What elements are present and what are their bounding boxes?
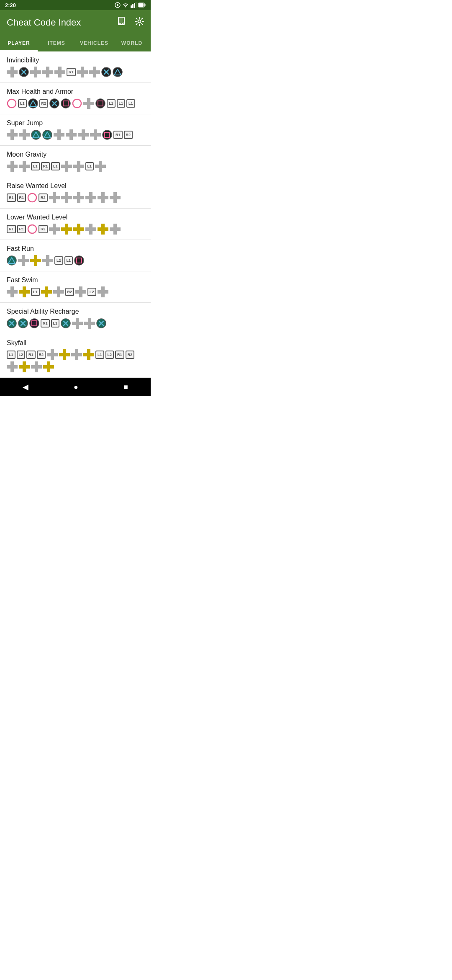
svg-marker-44 (73, 161, 84, 172)
cheat-invincibility: Invincibility R1 (0, 52, 151, 83)
r1-button: R1 (41, 162, 50, 170)
svg-point-39 (103, 130, 112, 139)
l1-button: L1 (126, 99, 135, 108)
dpad-icon (95, 161, 106, 172)
svg-marker-78 (84, 318, 95, 329)
svg-marker-43 (61, 161, 72, 172)
recent-button[interactable]: ■ (123, 383, 128, 392)
dpad-icon (19, 129, 30, 140)
signal-icon (131, 2, 136, 8)
dpad-icon (72, 318, 83, 329)
svg-marker-80 (47, 349, 58, 360)
cheat-fast-swim: Fast Swim L1 R2 (0, 271, 151, 303)
l1-button: L1 (85, 162, 94, 170)
cheat-special-ability-name: Special Ability Recharge (7, 308, 144, 315)
dpad-icon (19, 286, 30, 297)
cheat-special-ability-buttons: R1 L1 (7, 318, 144, 329)
cheat-skyfall-name: Skyfall (7, 339, 144, 347)
dpad-icon (85, 224, 96, 235)
svg-point-53 (28, 225, 36, 233)
dpad-icon (30, 255, 41, 266)
dpad-icon (84, 318, 95, 329)
svg-rect-5 (134, 3, 135, 8)
svg-marker-19 (89, 67, 100, 77)
r2-button: R2 (39, 99, 49, 108)
cheat-fast-swim-buttons: L1 R2 L2 (7, 286, 144, 297)
vpn-icon (115, 2, 121, 8)
tab-world[interactable]: WORLD (113, 35, 151, 51)
svg-marker-36 (66, 129, 77, 140)
r1-button: R1 (17, 193, 26, 202)
dpad-icon (7, 161, 18, 172)
bookmark-icon[interactable] (117, 17, 126, 28)
dpad-icon (47, 349, 58, 360)
square-button (29, 318, 39, 328)
triangle-icon (7, 255, 17, 266)
back-button[interactable]: ◀ (23, 382, 28, 392)
dpad-icon (7, 129, 18, 140)
cheat-super-jump-name: Super Jump (7, 119, 144, 127)
cross-icon (101, 67, 111, 77)
l1-button: L1 (117, 99, 126, 108)
svg-marker-42 (19, 161, 30, 172)
svg-rect-8 (139, 3, 144, 7)
cheat-skyfall: Skyfall L1 L2 R1 R2 (0, 334, 151, 378)
dpad-icon (61, 161, 72, 172)
cheat-skyfall-buttons: L1 L2 R1 R2 L1 (7, 349, 144, 372)
triangle-icon (28, 98, 38, 108)
dpad-icon (83, 349, 94, 360)
l1-button: L1 (107, 99, 116, 108)
svg-marker-37 (78, 129, 89, 140)
app-title: Cheat Code Index (7, 17, 81, 28)
tab-vehicles[interactable]: VEHICLES (75, 35, 113, 51)
dpad-icon (73, 192, 84, 203)
svg-marker-59 (110, 224, 121, 235)
svg-marker-71 (98, 286, 108, 297)
cheat-fast-swim-name: Fast Swim (7, 276, 144, 284)
svg-point-25 (61, 99, 70, 108)
svg-marker-84 (7, 361, 18, 372)
triangle-icon (42, 130, 52, 140)
dpad-icon (110, 192, 121, 203)
cheat-raise-wanted: Raise Wanted Level R1 R1 R2 (0, 177, 151, 209)
dpad-icon (54, 129, 64, 140)
l1-button: L1 (7, 351, 15, 359)
dpad-icon (59, 349, 70, 360)
tab-player[interactable]: PLAYER (0, 35, 38, 51)
cheat-fast-run-buttons: L2 L1 (7, 255, 144, 266)
tab-items[interactable]: ITEMS (38, 35, 75, 51)
dpad-icon (83, 98, 94, 109)
svg-point-64 (74, 256, 84, 265)
battery-icon (138, 3, 146, 8)
home-button[interactable]: ● (74, 383, 78, 392)
r2-button: R2 (124, 131, 133, 139)
dpad-icon (7, 67, 18, 77)
dpad-icon (73, 161, 84, 172)
svg-rect-6 (136, 2, 136, 8)
nav-bar: ◀ ● ■ (0, 378, 151, 396)
svg-marker-56 (73, 224, 84, 235)
circle-button (7, 98, 17, 108)
svg-marker-32 (19, 129, 30, 140)
cross-icon (96, 318, 106, 328)
l1-button: L1 (18, 99, 27, 108)
svg-point-29 (96, 99, 105, 108)
header-actions (117, 17, 144, 28)
dpad-icon (61, 224, 72, 235)
l2-button: L2 (105, 351, 114, 359)
svg-marker-86 (31, 361, 42, 372)
svg-point-22 (8, 99, 16, 108)
cheat-super-jump: Super Jump (0, 114, 151, 146)
svg-marker-16 (42, 67, 53, 77)
svg-marker-28 (83, 98, 94, 109)
dpad-icon (7, 286, 18, 297)
svg-marker-69 (53, 286, 64, 297)
svg-point-46 (28, 193, 36, 202)
cross-icon (19, 67, 29, 77)
status-bar: 2:20 (0, 0, 151, 10)
dpad-icon (98, 224, 108, 235)
cross-icon (7, 318, 17, 328)
settings-icon[interactable] (135, 17, 144, 28)
r2-button: R2 (65, 288, 74, 296)
cheat-max-health: Max Health and Armor L1 R2 (0, 83, 151, 114)
